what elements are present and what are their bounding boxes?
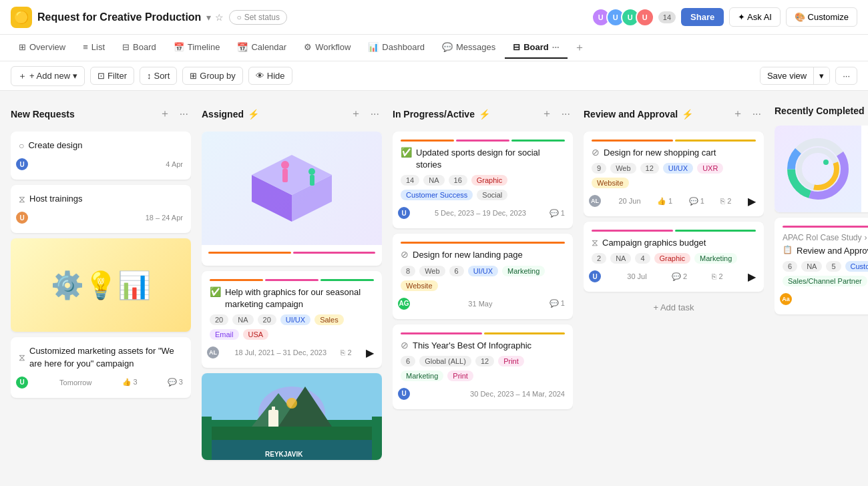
column-more-button[interactable]: ··· (750, 107, 764, 121)
card-city-image[interactable]: REYKJAVIK (202, 373, 382, 460)
ask-ai-button[interactable]: ✦ Ask AI (729, 7, 781, 27)
progress-bars (208, 252, 375, 254)
card-hero-image[interactable]: ✅ Global (ALL), Hero Image for Product L… (775, 126, 868, 212)
donut-chart (781, 132, 855, 206)
card-infographic[interactable]: ⊘ This Year's Best Of Infographic 6 Glob… (393, 324, 573, 409)
tag: 6 (783, 261, 797, 272)
tag: Print (447, 371, 473, 381)
progress-bars (783, 226, 868, 228)
filter-icon: ⊡ (97, 71, 105, 81)
tab-workflow[interactable]: ⚙ Workflow (296, 37, 359, 59)
tag: 14 (401, 175, 419, 186)
column-more-button[interactable]: ··· (559, 107, 573, 121)
tag: Sales (314, 314, 344, 325)
ellipsis-icon[interactable]: ··· (552, 42, 560, 52)
column-add-button[interactable]: ＋ (157, 105, 173, 122)
add-task-button[interactable]: + Add task (584, 297, 764, 318)
chevron-down-icon: ▾ (73, 71, 77, 81)
overview-icon: ⊞ (19, 42, 26, 52)
card-avatar: AL (588, 194, 602, 208)
tab-dashboard[interactable]: 📊 Dashboard (360, 37, 433, 59)
card-host-trainings[interactable]: ⧖ Host trainings U 18 – 24 Apr (11, 185, 191, 233)
card-sports-design[interactable]: ✅ Updated sports design for social stori… (393, 132, 573, 228)
svg-point-3 (281, 161, 289, 169)
card-create-design[interactable]: ○ Create design U 4 Apr (11, 132, 191, 180)
hourglass-icon: ⧖ (19, 194, 25, 205)
avatar: U (636, 8, 654, 27)
column-assigned: Assigned ⚡ ＋ ··· (202, 101, 382, 475)
circle-check-icon: ⊘ (401, 249, 409, 260)
tag: 9 (592, 163, 606, 174)
card-tags: 6 NA 5 Customer Succ... Sales/Channel Pa… (783, 261, 868, 286)
card-avatar: AG (397, 296, 411, 311)
svg-rect-12 (272, 407, 275, 412)
tag: UI/UX (663, 163, 693, 174)
card-shopping-cart[interactable]: ⊘ Design for new shopping cart 9 Web 12 … (584, 132, 764, 216)
progress-bars (401, 242, 565, 244)
card-landing-page[interactable]: ⊘ Design for new landing page 8 Web 6 UI… (393, 234, 573, 318)
card-help-graphics[interactable]: ✅ Help with graphics for our seasonal ma… (202, 271, 382, 368)
card-content: ✅ Global (ALL), Hero Image for Product L… (861, 126, 868, 212)
card-apac-case-study[interactable]: APAC Rol Case Study › 📋 Review and Appro… (775, 218, 868, 314)
column-add-button[interactable]: ＋ (539, 105, 555, 122)
tab-list[interactable]: ≡ List (75, 37, 113, 59)
card-tags: 8 Web 6 UI/UX Marketing Website (401, 266, 565, 291)
card-likes: 👍 1 (657, 197, 672, 206)
card-campaign-budget[interactable]: ⧖ Campaign graphics budget 2 NA 4 Graphi… (584, 222, 764, 292)
add-tab-button[interactable]: ＋ (569, 38, 590, 57)
tag: Marketing (401, 371, 443, 381)
card-tags: 14 NA 16 Graphic Customer Success Social (401, 175, 565, 200)
tab-board-1[interactable]: ⊟ Board (114, 37, 164, 59)
tag: 6 (449, 266, 464, 276)
save-view-button[interactable]: Save view ▾ (760, 67, 830, 85)
status-pill[interactable]: ○ Set status (229, 10, 287, 25)
card-avatar: U (588, 269, 602, 284)
check-icon: ✅ (210, 286, 221, 297)
column-add-button[interactable]: ＋ (730, 105, 746, 122)
tab-board-active[interactable]: ⊟ Board ··· (505, 37, 567, 59)
card-image-content: ⚙️💡📊 (51, 270, 151, 301)
group-by-button[interactable]: ⊞ Group by (182, 67, 242, 85)
column-review-approval: Review and Approval ⚡ ＋ ··· ⊘ Design for… (584, 101, 764, 475)
card-title: Host trainings (29, 193, 82, 205)
tag: Customer Success (401, 190, 473, 200)
card-date: 5 Dec, 2023 – 19 Dec, 2023 (435, 209, 526, 217)
sort-button[interactable]: ↕ Sort (140, 67, 177, 85)
card-date: 31 May (468, 300, 492, 308)
column-recently-completed: Recently Completed ⚡ (775, 101, 868, 475)
expand-icon: ▶ (366, 346, 374, 359)
column-add-button[interactable]: ＋ (348, 105, 364, 122)
board-icon: ⊟ (122, 42, 130, 52)
share-button[interactable]: Share (681, 8, 724, 26)
toolbar: ＋ + Add new ▾ ⊡ Filter ↕ Sort ⊞ Group by… (0, 61, 868, 91)
add-new-button[interactable]: ＋ + Add new ▾ (11, 66, 85, 86)
tag: Global (ALL) (419, 356, 471, 367)
column-more-button[interactable]: ··· (177, 107, 191, 121)
card-comments: 💬 3 (168, 378, 183, 387)
card-comments: 💬 1 (550, 209, 565, 218)
progress-bars (210, 279, 374, 281)
tag: Email (210, 329, 239, 340)
card-image-footer (202, 245, 382, 266)
customize-button[interactable]: 🎨 Customize (786, 7, 857, 27)
tab-messages[interactable]: 💬 Messages (434, 37, 503, 59)
card-date: 20 Jun (618, 197, 640, 205)
tag: Marketing (502, 266, 545, 276)
card-isometric[interactable] (202, 132, 382, 266)
star-icon[interactable]: ☆ (215, 12, 224, 23)
isometric-svg (225, 142, 359, 235)
filter-button[interactable]: ⊡ Filter (90, 67, 134, 85)
tab-overview[interactable]: ⊞ Overview (11, 37, 73, 59)
save-view-chevron[interactable]: ▾ (813, 67, 829, 84)
chevron-down-icon[interactable]: ▾ (206, 12, 211, 23)
tab-timeline[interactable]: 📅 Timeline (166, 37, 228, 59)
avatars-group: U U U U 14 (596, 8, 676, 27)
column-more-button[interactable]: ··· (368, 107, 382, 121)
hide-button[interactable]: 👁 Hide (248, 67, 292, 85)
tab-calendar[interactable]: 📆 Calendar (229, 37, 294, 59)
card-customized-marketing[interactable]: ⧖ Customized marketing assets for "We ar… (11, 337, 191, 397)
card-yellow-image[interactable]: ⚙️💡📊 (11, 238, 191, 332)
more-options-button[interactable]: ··· (835, 67, 857, 85)
svg-rect-4 (282, 169, 288, 182)
avatar-count: 14 (658, 11, 676, 23)
